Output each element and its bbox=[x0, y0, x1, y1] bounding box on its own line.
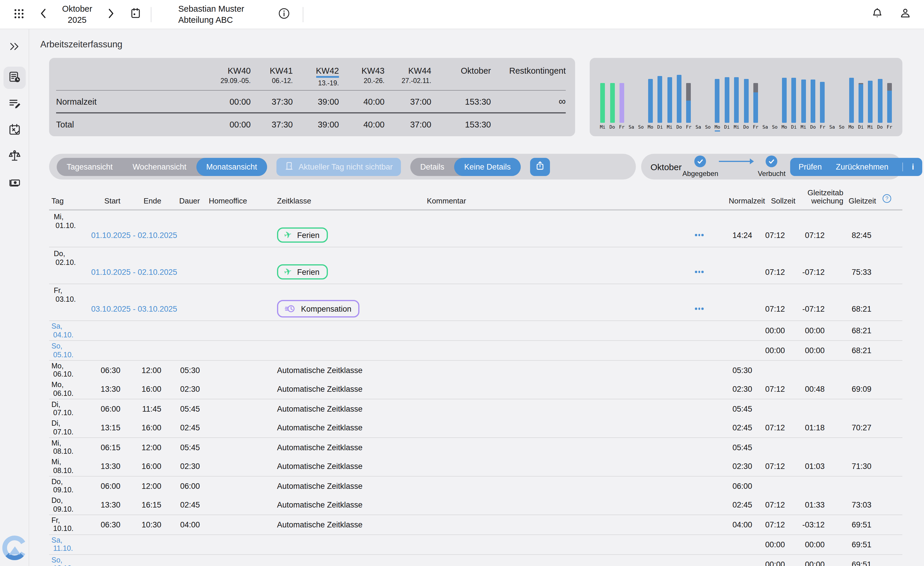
summary-col-KW42[interactable]: KW42 13.-19. bbox=[293, 66, 339, 87]
absence-range-link[interactable]: 01.10.2025 - 02.10.2025 bbox=[90, 231, 277, 239]
day-label: Fr,10.10. bbox=[49, 516, 90, 533]
chart-day-label: Mo bbox=[646, 125, 656, 132]
status-step-label: Verbucht bbox=[758, 170, 786, 178]
cell-soll: 07:12 bbox=[765, 520, 795, 529]
chart-bar-value-segment bbox=[600, 83, 605, 123]
cell-start: 13:30 bbox=[90, 462, 124, 471]
row-menu-button[interactable] bbox=[694, 308, 712, 310]
summary-col-Restkontingent[interactable]: Restkontingent bbox=[491, 66, 566, 75]
notifications-button[interactable] bbox=[868, 5, 886, 24]
chart-bar bbox=[648, 79, 653, 123]
previous-month-button[interactable] bbox=[34, 5, 52, 24]
absence-range-link[interactable]: 01.10.2025 - 02.10.2025 bbox=[90, 267, 277, 276]
account-button[interactable] bbox=[896, 5, 915, 24]
chart-day-label: Sa bbox=[693, 125, 703, 132]
col-header-gleitzeitabweichung: Gleitzeitab weichung bbox=[795, 189, 843, 205]
apps-grid-button[interactable] bbox=[9, 5, 28, 24]
chart-day-slot bbox=[808, 74, 818, 123]
cell-dauer: 02:45 bbox=[165, 423, 203, 432]
door-icon bbox=[285, 161, 293, 172]
row-menu-button[interactable] bbox=[694, 271, 712, 273]
cell-norm: 05:45 bbox=[712, 405, 765, 413]
user-name: Sebastian Muster bbox=[178, 3, 244, 14]
bell-icon bbox=[871, 7, 884, 22]
actions-info-button[interactable]: i bbox=[902, 162, 914, 171]
view-option-monatsansicht[interactable]: Monatsansicht bbox=[196, 158, 267, 176]
cell-start: 06:30 bbox=[90, 366, 124, 375]
chart-bar-missing-segment bbox=[887, 83, 892, 90]
absence-range-link[interactable]: 03.10.2025 - 03.10.2025 bbox=[90, 304, 277, 313]
cell-ende: 16:15 bbox=[124, 501, 165, 510]
chart-day-slot bbox=[627, 74, 636, 123]
status-month-label: Oktober bbox=[651, 162, 682, 172]
row-menu-button[interactable] bbox=[694, 234, 712, 236]
view-option-wochenansicht[interactable]: Wochenansicht bbox=[123, 158, 196, 176]
month-bar-chart-card: MiDoFrSaSoMoDiMiDoFrSaSoMoDiMiDoFrSaSoMo… bbox=[590, 58, 902, 136]
view-option-tagesansicht[interactable]: Tagesansicht bbox=[57, 158, 123, 176]
chart-day-slot bbox=[818, 74, 828, 123]
cell-dauer: 02:30 bbox=[165, 385, 203, 394]
table-row: So,05.10.00:0000:0068:21 bbox=[49, 341, 902, 361]
svg-text:?: ? bbox=[885, 195, 888, 201]
export-button[interactable] bbox=[530, 158, 550, 176]
chart-day-label: So bbox=[636, 125, 646, 132]
toolbar-right-band: Oktober AbgegebenVerbucht Prüfen Zurückn… bbox=[641, 154, 902, 180]
chart-day-label: Fr bbox=[751, 125, 760, 132]
gleitzeit-help-button[interactable]: ? bbox=[882, 194, 892, 205]
chart-day-label: Mo bbox=[780, 125, 789, 132]
chart-day-label: Di bbox=[655, 125, 665, 132]
calendar-today-button[interactable] bbox=[126, 5, 145, 24]
summary-value: 00:00 bbox=[205, 97, 251, 106]
absence-badge-ferien[interactable]: ✈Ferien bbox=[277, 227, 328, 243]
sidebar-item-calendar-absence[interactable] bbox=[3, 119, 26, 141]
time-entry-row: Mi,08.10. 13:30 16:00 02:30 Automatische… bbox=[49, 457, 902, 476]
sidebar-item-payroll-money[interactable] bbox=[3, 172, 26, 194]
summary-col-Oktober[interactable]: Oktober bbox=[431, 66, 491, 75]
cell-zeitklasse: Automatische Zeitklasse bbox=[277, 443, 394, 452]
cell-start: 06:00 bbox=[90, 482, 124, 491]
summary-col-KW41[interactable]: KW41 06.-12. bbox=[251, 66, 293, 84]
chart-day-slot bbox=[856, 74, 866, 123]
cell-abw: 00:00 bbox=[795, 540, 843, 549]
summary-col-KW44[interactable]: KW44 27.-02.11. bbox=[384, 66, 431, 84]
chart-day-slot bbox=[875, 74, 885, 123]
summary-value: 40:00 bbox=[339, 120, 384, 129]
sidebar-item-edit-entries[interactable] bbox=[3, 93, 26, 115]
cell-soll: 00:00 bbox=[765, 540, 795, 549]
chart-bar-value-segment bbox=[610, 83, 615, 123]
summary-value: 39:00 bbox=[293, 97, 339, 106]
next-month-button[interactable] bbox=[102, 5, 120, 24]
payroll-money-icon bbox=[7, 175, 21, 191]
cell-ende: 12:00 bbox=[124, 366, 165, 375]
sidebar-item-balance-scale[interactable] bbox=[3, 146, 26, 168]
pruefen-button[interactable]: Prüfen bbox=[799, 162, 822, 171]
details-option-keine-details[interactable]: Keine Details bbox=[454, 158, 521, 176]
sidebar-item-expand-double-chevron[interactable] bbox=[3, 36, 26, 59]
calendar-icon bbox=[129, 7, 142, 22]
view-segmented-control: TagesansichtWochenansichtMonatsansicht bbox=[57, 158, 267, 176]
absence-badge-kompensation[interactable]: Kompensation bbox=[277, 300, 360, 317]
time-entry-row: Di,07.10. 13:15 16:00 02:45 Automatische… bbox=[49, 418, 902, 437]
chart-day-slot bbox=[598, 74, 608, 123]
chart-day-slot bbox=[846, 74, 856, 123]
sidebar-item-timesheet-clock[interactable] bbox=[3, 67, 26, 89]
current-day-button[interactable]: Aktueller Tag nicht sichtbar bbox=[276, 158, 401, 176]
chart-bar bbox=[753, 83, 758, 123]
chart-bar bbox=[849, 78, 854, 123]
cell-zeitklasse: Automatische Zeitklasse bbox=[277, 520, 394, 529]
chart-bar bbox=[686, 83, 691, 123]
user-info-button[interactable] bbox=[274, 5, 293, 24]
details-option-details[interactable]: Details bbox=[410, 158, 454, 176]
top-bar-right bbox=[868, 5, 915, 24]
chart-day-slot bbox=[751, 74, 760, 123]
col-header-normalzeit: Normalzeit bbox=[712, 197, 765, 205]
summary-col-KW43[interactable]: KW43 20.-26. bbox=[339, 66, 384, 84]
cell-gz: 68:21 bbox=[843, 346, 876, 355]
summary-col-KW40[interactable]: KW40 29.09.-05. bbox=[205, 66, 251, 84]
chart-day-label: Do bbox=[675, 125, 684, 132]
day-label: Sa,04.10. bbox=[49, 322, 90, 339]
zuruecknehmen-button[interactable]: Zurücknehmen bbox=[836, 162, 888, 171]
cell-zeitklasse: Automatische Zeitklasse bbox=[277, 405, 394, 413]
cell-abw: 01:03 bbox=[795, 462, 843, 471]
absence-badge-ferien[interactable]: ✈Ferien bbox=[277, 264, 328, 279]
